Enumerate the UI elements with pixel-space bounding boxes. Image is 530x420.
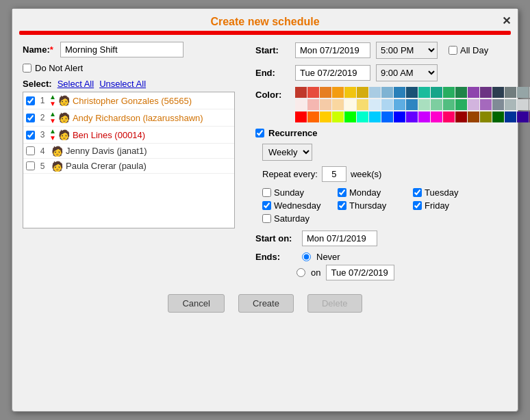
color-swatch[interactable] [468, 87, 479, 98]
color-swatch[interactable] [406, 87, 418, 98]
employee-checkbox[interactable] [26, 114, 35, 122]
end-date-input[interactable] [295, 65, 370, 81]
color-swatch[interactable] [357, 99, 368, 110]
color-swatch[interactable] [295, 87, 307, 98]
color-swatch[interactable] [505, 99, 516, 110]
color-swatch[interactable] [332, 99, 344, 110]
employee-checkbox[interactable] [26, 96, 35, 105]
color-swatch[interactable] [394, 99, 405, 110]
name-label: Name:* [23, 44, 60, 55]
name-input[interactable] [60, 42, 184, 57]
color-swatch[interactable] [468, 99, 479, 110]
employee-row: 1▲▼🧑Christopher Gonzales (56565) [23, 92, 234, 109]
day-check-tuesday: Tuesday [413, 187, 488, 198]
color-swatch[interactable] [480, 111, 492, 122]
color-swatch[interactable] [381, 99, 393, 110]
row-number: 4 [37, 146, 48, 156]
tuesday-checkbox[interactable] [413, 188, 422, 197]
do-not-alert-checkbox[interactable] [23, 64, 31, 73]
right-panel: Start: 5:00 PM All Day End: 9:00 AM Colo… [255, 42, 530, 280]
color-swatch[interactable] [307, 111, 319, 122]
unselect-all-button[interactable]: Unselect All [99, 79, 146, 89]
employee-row: 3▲▼🧑Ben Lines (00014) [23, 127, 234, 144]
color-swatch[interactable] [357, 87, 368, 98]
color-swatch[interactable] [418, 87, 430, 98]
arrow-buttons: ▲▼ [49, 94, 56, 107]
color-swatch[interactable] [357, 111, 368, 122]
move-down-button[interactable]: ▼ [49, 135, 56, 142]
color-swatch[interactable] [480, 87, 492, 98]
color-swatch[interactable] [344, 111, 356, 122]
color-swatch[interactable] [492, 111, 504, 122]
color-swatch[interactable] [492, 87, 504, 98]
color-swatch[interactable] [381, 111, 393, 122]
color-swatch[interactable] [406, 99, 418, 110]
color-swatch[interactable] [320, 87, 331, 98]
color-swatch[interactable] [431, 99, 442, 110]
start-on-input[interactable] [302, 231, 377, 246]
end-time-select[interactable]: 9:00 AM [376, 64, 438, 81]
color-swatch[interactable] [332, 111, 344, 122]
color-swatch[interactable] [455, 99, 467, 110]
color-swatch[interactable] [517, 99, 529, 110]
color-swatch[interactable] [369, 87, 381, 98]
color-swatch[interactable] [455, 87, 467, 98]
start-date-input[interactable] [295, 42, 370, 58]
cancel-button[interactable]: Cancel [168, 294, 224, 313]
color-swatch[interactable] [394, 87, 405, 98]
start-time-select[interactable]: 5:00 PM [376, 42, 438, 59]
employee-checkbox[interactable] [26, 161, 35, 170]
ends-on-radio[interactable] [296, 268, 305, 277]
color-swatch[interactable] [443, 87, 455, 98]
color-swatch[interactable] [443, 111, 455, 122]
color-swatch[interactable] [295, 99, 307, 110]
color-swatch[interactable] [307, 87, 319, 98]
color-swatch[interactable] [468, 111, 479, 122]
create-button[interactable]: Create [238, 294, 294, 313]
color-swatch[interactable] [369, 111, 381, 122]
color-swatch[interactable] [418, 111, 430, 122]
color-swatch[interactable] [431, 87, 442, 98]
friday-checkbox[interactable] [413, 201, 422, 210]
color-swatch[interactable] [480, 99, 492, 110]
color-swatch[interactable] [492, 99, 504, 110]
ends-on-input[interactable] [326, 265, 394, 280]
color-swatch[interactable] [295, 111, 307, 122]
color-swatch[interactable] [517, 111, 529, 122]
start-on-row: Start on: [255, 231, 530, 246]
color-swatch[interactable] [431, 111, 442, 122]
color-swatch[interactable] [418, 99, 430, 110]
color-swatch[interactable] [344, 87, 356, 98]
employee-checkbox[interactable] [26, 146, 35, 155]
thursday-checkbox[interactable] [338, 201, 346, 210]
move-down-button[interactable]: ▼ [49, 118, 56, 124]
ends-never-radio[interactable] [302, 252, 311, 261]
repeat-every-input[interactable] [322, 166, 346, 182]
color-swatch[interactable] [443, 99, 455, 110]
color-swatch[interactable] [517, 87, 529, 98]
recurrence-checkbox[interactable] [255, 129, 264, 137]
saturday-checkbox[interactable] [262, 214, 271, 223]
wednesday-checkbox[interactable] [262, 201, 271, 210]
move-down-button[interactable]: ▼ [49, 101, 56, 107]
color-swatch[interactable] [394, 111, 405, 122]
color-swatch[interactable] [505, 87, 516, 98]
employee-checkbox[interactable] [26, 131, 35, 140]
sunday-checkbox[interactable] [262, 188, 271, 197]
select-all-button[interactable]: Select All [58, 79, 94, 89]
recurrence-type-select[interactable]: Weekly [262, 144, 312, 161]
monday-checkbox[interactable] [338, 188, 346, 197]
color-swatch[interactable] [406, 111, 418, 122]
color-swatch[interactable] [307, 99, 319, 110]
color-swatch[interactable] [344, 99, 356, 110]
delete-button[interactable]: Delete [307, 294, 362, 313]
color-swatch[interactable] [505, 111, 516, 122]
color-swatch[interactable] [332, 87, 344, 98]
color-swatch[interactable] [381, 87, 393, 98]
all-day-checkbox[interactable] [449, 46, 457, 55]
color-swatch[interactable] [369, 99, 381, 110]
color-swatch[interactable] [320, 111, 331, 122]
color-swatch[interactable] [320, 99, 331, 110]
color-swatch[interactable] [455, 111, 467, 122]
close-button[interactable]: ✕ [502, 14, 511, 27]
